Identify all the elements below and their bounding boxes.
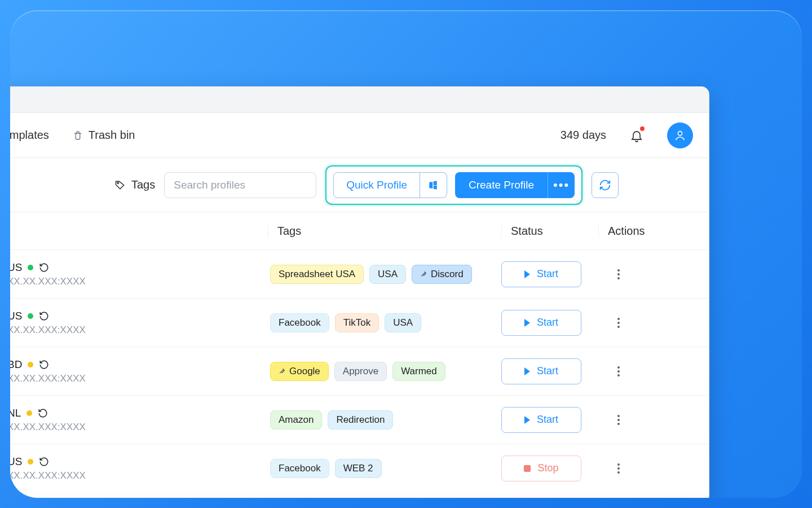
- row-menu-button[interactable]: [612, 268, 625, 281]
- svg-point-0: [678, 131, 682, 135]
- tag-chip[interactable]: Google: [270, 362, 329, 381]
- tag-chip[interactable]: Redirection: [328, 410, 393, 430]
- proxy-cell: BD XX.XX.XXX:XXXX: [10, 358, 268, 384]
- tag-chip[interactable]: Facebook: [270, 313, 329, 332]
- actions-cell: [598, 316, 709, 330]
- tags-cell: Spreadsheet USAUSADiscord: [268, 265, 501, 284]
- nav-trash-bin[interactable]: Trash bin: [73, 129, 135, 142]
- nav-templates[interactable]: Templates: [10, 129, 49, 142]
- tag-chip[interactable]: Approve: [334, 362, 387, 381]
- tag-label: USA: [393, 317, 413, 329]
- tag-label: Approve: [343, 366, 378, 377]
- tag-chip[interactable]: Discord: [412, 265, 472, 284]
- reload-icon: [39, 311, 49, 321]
- create-profile-more-button[interactable]: •••: [548, 172, 575, 198]
- proxy-cell: US XX.XX.XXX:XXXX: [10, 261, 268, 287]
- create-buttons-highlight: Quick Profile Create Profile •••: [325, 165, 582, 205]
- proxy-cell: US XX.XX.XXX:XXXX: [10, 456, 268, 481]
- header-status: Status: [501, 225, 598, 238]
- proxy-reload-button[interactable]: [39, 311, 49, 321]
- start-label: Start: [537, 365, 558, 377]
- tag-label: Redirection: [336, 414, 385, 426]
- row-menu-button[interactable]: [612, 413, 625, 427]
- tags-filter[interactable]: Tags: [114, 178, 155, 191]
- profile-rows: US XX.XX.XXX:XXXX Spreadsheet USAUSADisc…: [10, 249, 709, 492]
- header-tags: Tags: [268, 225, 501, 238]
- tag-chip[interactable]: Warmed: [392, 362, 445, 381]
- proxy-address: XX.XX.XXX:XXXX: [10, 325, 268, 336]
- column-headers: Tags Status Actions: [10, 212, 709, 249]
- table-row: NL XX.XX.XXX:XXXX AmazonRedirection Star…: [10, 395, 709, 444]
- start-button[interactable]: Start: [501, 261, 581, 287]
- actions-cell: [598, 413, 709, 427]
- status-cell: Start: [501, 261, 598, 287]
- proxy-reload-button[interactable]: [39, 262, 49, 273]
- tag-chip[interactable]: Spreadsheet USA: [270, 265, 364, 284]
- reload-icon: [38, 408, 48, 418]
- tag-label: Facebook: [279, 317, 321, 329]
- tag-label: Google: [289, 366, 320, 377]
- reload-icon: [39, 262, 49, 273]
- start-label: Start: [537, 317, 558, 329]
- account-avatar-button[interactable]: [667, 122, 693, 148]
- tag-chip[interactable]: TikTok: [335, 313, 379, 332]
- table-row: US XX.XX.XXX:XXXX Spreadsheet USAUSADisc…: [10, 249, 709, 298]
- tag-label: WEB 2: [343, 463, 373, 474]
- tag-chip[interactable]: Amazon: [270, 410, 322, 430]
- actions-cell: [598, 365, 709, 378]
- tag-chip[interactable]: USA: [369, 265, 406, 284]
- header-actions: Actions: [598, 225, 709, 238]
- quick-profile-group: Quick Profile: [333, 172, 447, 198]
- table-row: US XX.XX.XXX:XXXX FacebookTikTokUSA Star…: [10, 298, 709, 347]
- status-cell: Start: [501, 310, 598, 336]
- table-row: BD XX.XX.XXX:XXXX GoogleApproveWarmed St…: [10, 347, 709, 395]
- play-icon: [524, 416, 530, 424]
- proxy-reload-button[interactable]: [38, 408, 48, 418]
- toolbar: Tags Quick Profile Create Profile •••: [10, 158, 709, 212]
- stop-button[interactable]: Stop: [501, 456, 581, 481]
- tag-chip[interactable]: USA: [385, 313, 421, 332]
- tag-chip[interactable]: Facebook: [270, 459, 329, 478]
- reload-icon: [39, 360, 49, 370]
- trash-icon: [73, 130, 83, 141]
- start-button[interactable]: Start: [501, 358, 581, 384]
- proxy-reload-button[interactable]: [39, 360, 49, 370]
- tag-label: TikTok: [343, 317, 371, 329]
- search-input[interactable]: [164, 172, 316, 198]
- tag-label: Amazon: [279, 414, 314, 426]
- status-dot-icon: [28, 313, 33, 319]
- tag-chip[interactable]: WEB 2: [335, 459, 382, 478]
- country-code: US: [10, 261, 22, 274]
- pin-icon: [420, 270, 427, 278]
- status-cell: Start: [501, 407, 598, 433]
- tag-label: Facebook: [279, 463, 321, 474]
- proxy-reload-button[interactable]: [39, 457, 49, 467]
- status-dot-icon: [28, 362, 33, 367]
- quick-profile-button[interactable]: Quick Profile: [333, 172, 420, 198]
- table-row: US XX.XX.XXX:XXXX FacebookWEB 2 Stop: [10, 444, 709, 492]
- tag-icon: [114, 179, 126, 191]
- windows-icon: [428, 180, 438, 190]
- refresh-button[interactable]: [592, 172, 619, 198]
- start-label: Start: [537, 268, 558, 280]
- tags-cell: FacebookWEB 2: [268, 459, 501, 478]
- quick-profile-os-button[interactable]: [420, 172, 447, 198]
- notifications-button[interactable]: [630, 129, 643, 142]
- start-button[interactable]: Start: [501, 310, 581, 336]
- row-menu-button[interactable]: [612, 316, 625, 330]
- status-cell: Start: [501, 358, 598, 384]
- nav-trash-label: Trash bin: [89, 129, 135, 142]
- create-profile-button[interactable]: Create Profile: [455, 172, 548, 198]
- stop-icon: [524, 465, 531, 472]
- user-icon: [674, 129, 686, 142]
- country-code: NL: [10, 407, 21, 419]
- row-menu-button[interactable]: [612, 462, 625, 475]
- tags-filter-label: Tags: [131, 178, 155, 191]
- start-label: Start: [537, 414, 558, 426]
- svg-point-1: [117, 182, 118, 183]
- start-button[interactable]: Start: [501, 407, 581, 433]
- backdrop: Proxies Templates Trash bin 349 days Tag…: [10, 10, 802, 498]
- window-titlebar: [10, 87, 709, 113]
- actions-cell: [598, 462, 709, 475]
- row-menu-button[interactable]: [612, 365, 625, 378]
